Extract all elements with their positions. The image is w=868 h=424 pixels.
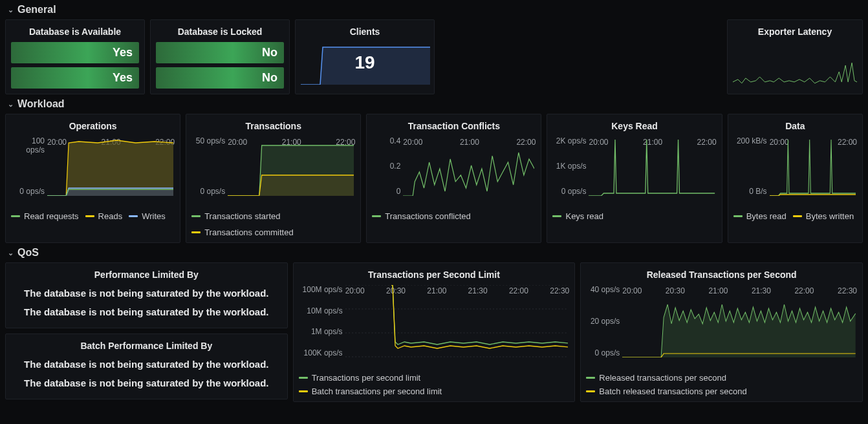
clients-value: 19 xyxy=(301,52,429,73)
y-axis: 100M ops/s 10M ops/s 1M ops/s 100K ops/s xyxy=(299,285,345,357)
panel-title: Database is Locked xyxy=(156,24,284,42)
panel-db-available[interactable]: Database is Available Yes Yes xyxy=(5,19,145,94)
y-axis: 0.4 0.2 0 xyxy=(372,136,403,196)
panel-db-locked[interactable]: Database is Locked No No xyxy=(150,19,290,94)
legend: Read requests Reads Writes xyxy=(11,207,175,221)
panel-title: Operations xyxy=(11,118,175,136)
legend: Transactions conflicted xyxy=(372,207,536,221)
panel-title: Clients xyxy=(301,24,429,42)
panel-title: Database is Available xyxy=(11,24,139,42)
stat-value: Yes xyxy=(11,42,139,63)
legend: Transactions started Transactions commit… xyxy=(191,207,355,237)
latency-sparkline xyxy=(733,59,857,85)
panel-title: Transaction Conflicts xyxy=(372,118,536,136)
chart-plot xyxy=(228,136,354,196)
row-title: Workload xyxy=(17,98,65,110)
legend: Bytes read Bytes written xyxy=(733,207,857,221)
y-axis: 40 ops/s 20 ops/s 0 ops/s xyxy=(586,285,622,357)
chart-plot xyxy=(589,136,715,196)
legend: Keys read xyxy=(552,207,716,221)
panel-title: Exporter Latency xyxy=(733,24,857,42)
panel-data[interactable]: Data 200 kB/s 0 B/s 20:00 22:00 Bytes re… xyxy=(728,114,863,243)
y-axis: 2K ops/s 1K ops/s 0 ops/s xyxy=(552,136,589,196)
panel-perf-limited[interactable]: Performance Limited By The database is n… xyxy=(5,262,288,328)
stat-value: No xyxy=(156,42,284,63)
panel-keys[interactable]: Keys Read 2K ops/s 1K ops/s 0 ops/s 20:0… xyxy=(547,114,722,243)
panel-title: Released Transactions per Second xyxy=(586,267,857,285)
chevron-down-icon: ⌄ xyxy=(8,100,14,109)
text-line: The database is not being saturated by t… xyxy=(16,359,277,370)
stat-value: No xyxy=(156,67,284,89)
panel-released-tps[interactable]: Released Transactions per Second 40 ops/… xyxy=(580,262,863,402)
panel-transactions[interactable]: Transactions 50 ops/s 0 ops/s 20:00 21:0… xyxy=(186,114,361,243)
stat-value: Yes xyxy=(11,67,139,89)
chart-plot xyxy=(770,136,856,196)
row-header-qos[interactable]: ⌄ QoS xyxy=(5,243,863,262)
panel-title: Performance Limited By xyxy=(11,267,282,285)
row-header-general[interactable]: ⌄ General xyxy=(5,0,863,19)
chart-plot xyxy=(622,285,856,357)
chevron-down-icon: ⌄ xyxy=(8,6,14,14)
y-axis: 50 ops/s 0 ops/s xyxy=(191,136,228,196)
chevron-down-icon: ⌄ xyxy=(8,249,14,257)
chart-plot xyxy=(403,136,534,196)
text-line: The database is not being saturated by t… xyxy=(16,288,277,299)
panel-exporter-latency[interactable]: Exporter Latency xyxy=(727,19,863,94)
row-header-workload[interactable]: ⌄ Workload xyxy=(5,94,863,114)
legend: Transactions per second limit Batch tran… xyxy=(299,369,570,396)
chart-plot xyxy=(345,285,569,357)
panel-title: Keys Read xyxy=(552,118,716,136)
row-title: General xyxy=(17,4,56,16)
panel-tps-limit[interactable]: Transactions per Second Limit 100M ops/s… xyxy=(293,262,576,402)
panel-clients[interactable]: Clients 19 xyxy=(295,19,435,94)
panel-operations[interactable]: Operations 100 ops/s 0 ops/s 20:00 21:00… xyxy=(5,114,180,243)
panel-title: Data xyxy=(733,118,857,136)
y-axis: 100 ops/s 0 ops/s xyxy=(11,136,47,196)
text-line: The database is not being saturated by t… xyxy=(16,377,277,388)
text-line: The database is not being saturated by t… xyxy=(16,306,277,317)
chart-plot xyxy=(47,136,173,196)
panel-title: Transactions xyxy=(191,118,355,136)
panel-title: Transactions per Second Limit xyxy=(299,267,570,285)
row-title: QoS xyxy=(17,247,39,259)
y-axis: 200 kB/s 0 B/s xyxy=(733,136,770,196)
panel-batch-perf-limited[interactable]: Batch Performance Limited By The databas… xyxy=(5,334,288,399)
panel-title: Batch Performance Limited By xyxy=(11,338,282,356)
panel-conflicts[interactable]: Transaction Conflicts 0.4 0.2 0 20:00 21… xyxy=(366,114,541,243)
legend: Released transactions per second Batch r… xyxy=(586,369,857,396)
